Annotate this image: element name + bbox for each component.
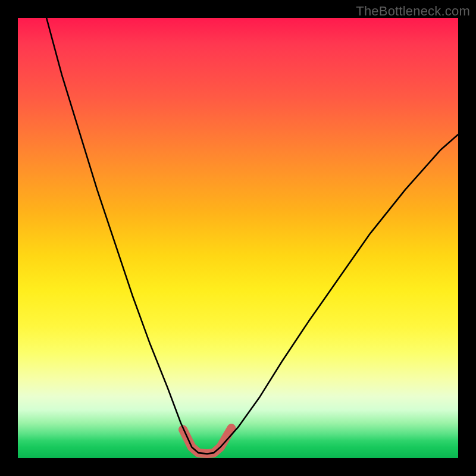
chart-frame: TheBottleneck.com: [0, 0, 476, 476]
plot-area: [18, 18, 458, 458]
valley-curve-path: [46, 18, 458, 454]
valley-highlight-path: [183, 428, 231, 454]
curve-layer: [18, 18, 458, 458]
watermark-text: TheBottleneck.com: [356, 4, 470, 19]
